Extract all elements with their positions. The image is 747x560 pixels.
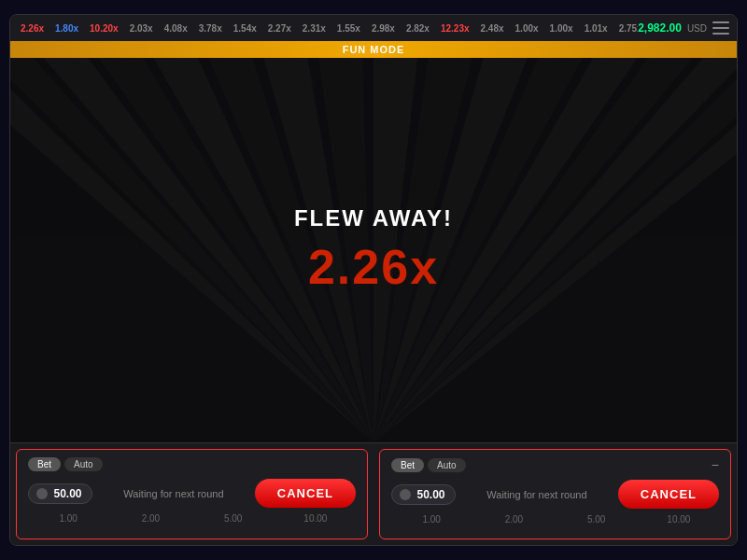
menu-button[interactable] [712,21,729,35]
tab-right-auto[interactable]: Auto [428,458,466,472]
mult-item-6: 1.54x [231,22,260,35]
main-container: 2.26x 1.80x 10.20x 2.03x 4.08x 3.78x 1.5… [9,14,738,546]
quick-bet-left-1[interactable]: 1.00 [28,513,108,524]
bet-panel-left: Bet Auto 50.00 Waiting for next round CA… [16,449,368,539]
balance-currency: USD [687,23,707,34]
mult-item-9: 1.55x [334,22,363,35]
tab-left-bet[interactable]: Bet [28,457,61,471]
mult-item-3: 2.03x [127,22,156,35]
cancel-button-right[interactable]: CANCEL [618,480,719,509]
tab-right-bet[interactable]: Bet [391,458,424,472]
game-message: FLEW AWAY! 2.26x [294,205,453,295]
quick-bet-left-3[interactable]: 5.00 [193,513,274,524]
quick-bets-right: 1.00 2.00 5.00 10.00 [391,514,719,525]
panel-right-tabs: Bet Auto − [391,457,719,472]
mult-item-4: 4.08x [162,22,190,35]
menu-line-2 [712,27,729,29]
quick-bet-left-4[interactable]: 10.00 [275,513,356,524]
quick-bet-right-4[interactable]: 10.00 [639,514,719,525]
bet-input-circle-right [400,489,411,500]
bet-input-right[interactable]: 50.00 [391,484,456,505]
mult-item-13: 2.48x [478,22,507,35]
bet-input-left[interactable]: 50.00 [28,483,92,504]
panel-right-row: 50.00 Waiting for next round CANCEL [391,480,719,509]
panel-left-tabs: Bet Auto [28,457,356,471]
bet-input-circle-left [36,488,48,499]
mult-item-1: 1.80x [52,22,81,35]
cancel-button-left[interactable]: CANCEL [255,479,356,508]
panel-right-minus[interactable]: − [712,457,719,472]
bet-value-right: 50.00 [415,488,447,501]
menu-line-3 [712,33,729,35]
fun-mode-banner: FUN MODE [10,41,737,58]
tab-left-auto[interactable]: Auto [64,457,103,471]
mult-item-16: 1.01x [582,22,611,35]
mult-item-0: 2.26x [18,22,47,35]
mult-item-2: 10.20x [87,22,121,35]
bet-panel-right: Bet Auto − 50.00 Waiting for next round … [379,449,731,539]
quick-bet-right-2[interactable]: 2.00 [473,514,554,525]
mult-item-7: 2.27x [265,22,294,35]
betting-area: Bet Auto 50.00 Waiting for next round CA… [10,442,737,545]
quick-bet-right-3[interactable]: 5.00 [557,514,637,525]
mult-item-14: 1.00x [513,22,542,35]
flew-away-text: FLEW AWAY! [294,205,453,231]
bet-value-left: 50.00 [51,487,84,500]
mult-item-11: 2.82x [403,22,432,35]
menu-line-1 [712,21,729,23]
mult-item-5: 3.78x [196,22,225,35]
quick-bet-right-1[interactable]: 1.00 [391,514,472,525]
balance-value: 2,982.00 [638,21,682,35]
mult-item-17: 2.75x [616,22,639,35]
panel-left-row: 50.00 Waiting for next round CANCEL [28,479,356,508]
waiting-label-right: Waiting for next round [463,489,611,500]
balance-area: 2,982.00 USD [638,21,729,35]
mult-item-12: 12.23x [438,22,472,35]
waiting-label-left: Waiting for next round [100,488,247,499]
crash-multiplier: 2.26x [294,239,453,295]
mult-item-10: 2.98x [369,22,398,35]
mult-item-15: 1.00x [547,22,576,35]
top-bar: 2.26x 1.80x 10.20x 2.03x 4.08x 3.78x 1.5… [10,15,737,41]
mult-item-8: 2.31x [300,22,329,35]
fun-mode-label: FUN MODE [343,44,405,55]
multiplier-scroll: 2.26x 1.80x 10.20x 2.03x 4.08x 3.78x 1.5… [18,22,638,35]
quick-bets-left: 1.00 2.00 5.00 10.00 [28,513,356,524]
quick-bet-left-2[interactable]: 2.00 [110,513,190,524]
game-area: FLEW AWAY! 2.26x [10,58,737,442]
